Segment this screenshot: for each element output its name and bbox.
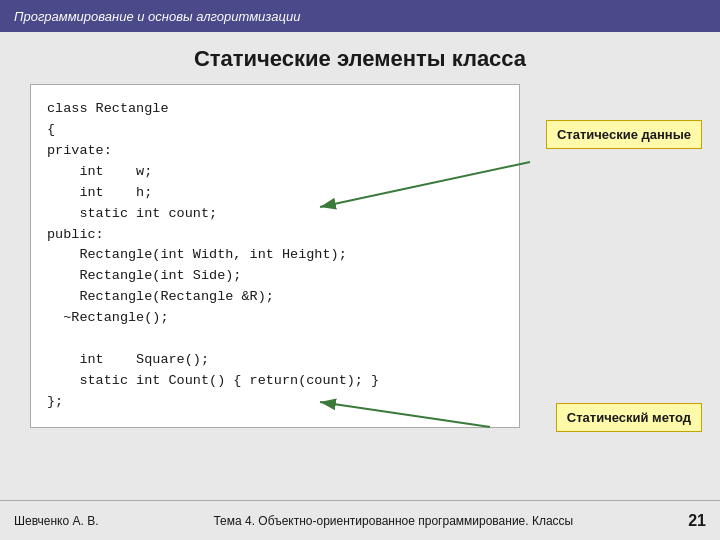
callout-static-method: Статический метод	[556, 403, 702, 432]
page-title: Статические элементы класса	[30, 42, 690, 72]
code-text: class Rectangle { private: int w; int h;…	[47, 99, 503, 413]
callout-static-data: Статические данные	[546, 120, 702, 149]
footer-author: Шевченко А. В.	[14, 514, 98, 528]
header-title: Программирование и основы алгоритмизации	[14, 9, 300, 24]
callout-method-label: Статический метод	[567, 410, 691, 425]
footer-topic: Тема 4. Объектно-ориентированное програм…	[108, 514, 678, 528]
callout-data-label: Статические данные	[557, 127, 691, 142]
header: Программирование и основы алгоритмизации	[0, 0, 720, 32]
code-block: class Rectangle { private: int w; int h;…	[30, 84, 520, 428]
footer: Шевченко А. В. Тема 4. Объектно-ориентир…	[0, 500, 720, 540]
main-content: Статические элементы класса class Rectan…	[0, 32, 720, 500]
footer-page-number: 21	[688, 512, 706, 530]
